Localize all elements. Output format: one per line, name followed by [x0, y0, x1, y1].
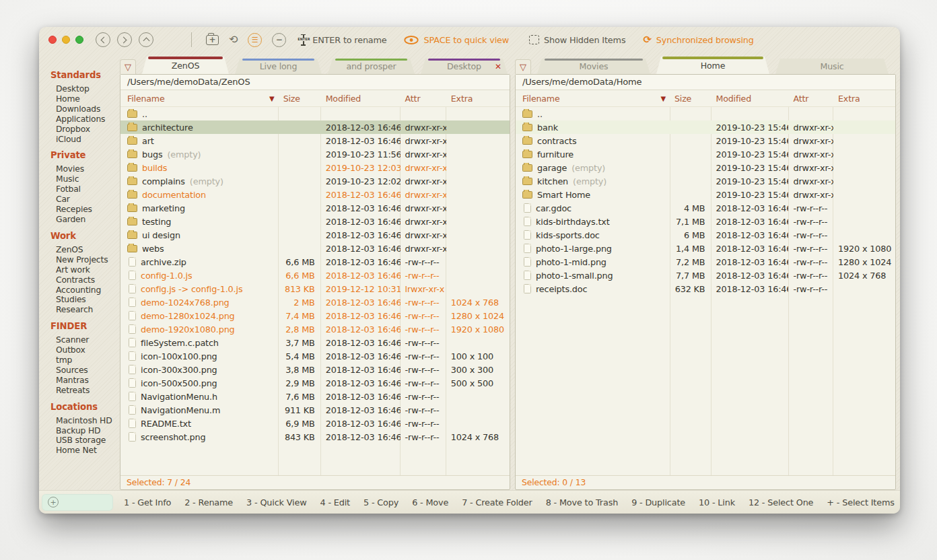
file-row[interactable]: ..: [120, 107, 510, 120]
file-row[interactable]: art2018-12-03 16:46drwxr-xr-x: [120, 134, 510, 147]
sidebar-item-fotbal[interactable]: Fotbal: [50, 184, 118, 195]
function-key-1-get-info[interactable]: 1 - Get Info: [124, 497, 171, 508]
function-key-8-move-to-trash[interactable]: 8 - Move to Trash: [546, 497, 618, 508]
file-row[interactable]: receipts.doc632 KB2018-12-03 16:46-rw-r-…: [516, 282, 895, 295]
tab-home[interactable]: Home: [656, 57, 769, 74]
sidebar-item-tmp[interactable]: tmp: [50, 355, 118, 365]
sidebar-item-music[interactable]: Music: [50, 174, 118, 184]
file-row[interactable]: builds2019-10-23 12:03drwxr-xr-x: [120, 161, 510, 174]
filter-icon[interactable]: ▽: [515, 59, 531, 74]
sidebar-item-contracts[interactable]: Contracts: [50, 275, 118, 285]
file-row[interactable]: bugs(empty)2019-10-23 11:56drwxr-xr-x: [120, 147, 510, 161]
function-key-12-select-one[interactable]: 12 - Select One: [749, 497, 813, 508]
file-row[interactable]: documentation2018-12-03 16:46drwxr-xr-x: [120, 188, 510, 201]
collapse-button[interactable]: −: [272, 33, 286, 47]
file-row[interactable]: kids-sports.doc6 MB2018-12-03 16:46-rw-r…: [516, 228, 895, 242]
function-key-2-rename[interactable]: 2 - Rename: [184, 497, 233, 508]
refresh-button[interactable]: ⟲: [229, 34, 238, 45]
column-header-modified[interactable]: Modified: [321, 94, 401, 104]
file-row[interactable]: icon-300x300.png3,8 MB2018-12-03 16:46-r…: [120, 363, 510, 376]
synchronized-browsing-toggle[interactable]: ⟳ Synchronized browsing: [643, 35, 753, 45]
sidebar-item-home[interactable]: Home: [50, 94, 118, 104]
sidebar-item-macintosh-hd[interactable]: Macintosh HD: [50, 416, 118, 426]
sidebar-item-scanner[interactable]: Scanner: [50, 335, 118, 345]
file-row[interactable]: fileSystem.c.patch3,7 MB2018-12-03 16:46…: [120, 336, 510, 349]
sidebar-item-icloud[interactable]: iCloud: [50, 135, 118, 145]
sidebar-item-downloads[interactable]: Downloads: [50, 104, 118, 114]
file-row[interactable]: bank2019-10-23 15:46drwxr-xr-x: [516, 120, 895, 134]
filter-icon[interactable]: ▽: [120, 59, 136, 74]
column-header-size[interactable]: Size: [670, 94, 711, 104]
file-row[interactable]: contracts2019-10-23 15:46drwxr-xr-x: [516, 134, 895, 147]
column-header-filename[interactable]: Filename▼: [120, 94, 279, 104]
file-row[interactable]: ui design2018-12-03 16:46drwxr-xr-x: [120, 228, 510, 242]
function-key-3-quick-view[interactable]: 3 - Quick View: [246, 497, 306, 508]
sidebar-item-new-projects[interactable]: New Projects: [50, 255, 118, 265]
minimize-window-button[interactable]: [62, 36, 70, 44]
file-row[interactable]: marketing2018-12-03 16:46drwxr-xr-x: [120, 201, 510, 215]
up-button[interactable]: [139, 32, 153, 47]
sidebar-item-mantras[interactable]: Mantras: [50, 376, 118, 386]
file-row[interactable]: NavigationMenu.m911 KB2018-12-03 16:46-r…: [120, 403, 510, 417]
tab-close-icon[interactable]: ✕: [495, 62, 501, 71]
file-row[interactable]: config.js -> config-1.0.js813 KB2019-12-…: [120, 282, 510, 295]
tab-zenos[interactable]: ZenOS: [142, 57, 229, 74]
function-key-4-edit[interactable]: 4 - Edit: [320, 497, 350, 508]
file-row[interactable]: kids-birthdays.txt7,1 MB2018-12-03 16:46…: [516, 215, 895, 228]
function-key-select-items[interactable]: + - Select Items: [827, 497, 894, 508]
sidebar-item-desktop[interactable]: Desktop: [50, 84, 118, 94]
show-hidden-toggle[interactable]: Show Hidden Items: [529, 35, 625, 45]
sidebar-item-car[interactable]: Car: [50, 195, 118, 205]
file-row[interactable]: complains(empty)2019-10-23 12:02drwxr-xr…: [120, 174, 510, 188]
forward-button[interactable]: [117, 32, 132, 47]
sidebar-item-zenos[interactable]: ZenOS: [50, 245, 118, 255]
column-header-filename[interactable]: Filename▼: [516, 94, 670, 104]
tab-live-long[interactable]: Live long: [235, 59, 322, 74]
tab-desktop[interactable]: Desktop✕: [421, 59, 508, 74]
file-row[interactable]: icon-500x500.png2,9 MB2018-12-03 16:46-r…: [120, 376, 510, 390]
tab-music[interactable]: Music: [775, 59, 889, 74]
file-row[interactable]: photo-1-large.png1,4 MB2018-12-03 16:46-…: [516, 242, 895, 255]
tab-movies[interactable]: Movies: [537, 59, 650, 74]
sidebar-item-studies[interactable]: Studies: [50, 295, 118, 305]
sidebar-item-usb-storage[interactable]: USB storage: [50, 435, 118, 446]
sidebar-item-movies[interactable]: Movies: [50, 164, 118, 174]
sidebar-item-home-net[interactable]: Home Net: [50, 446, 118, 456]
function-key-7-create-folder[interactable]: 7 - Create Folder: [462, 497, 532, 508]
file-row[interactable]: demo-1024x768.png2 MB2018-12-03 16:46-rw…: [120, 295, 510, 309]
file-row[interactable]: demo-1280x1024.png7,4 MB2018-12-03 16:46…: [120, 309, 510, 322]
file-row[interactable]: ..: [516, 107, 895, 120]
file-row[interactable]: kitchen(empty)2019-10-23 15:46drwxr-xr-x: [516, 174, 895, 188]
column-header-modified[interactable]: Modified: [711, 94, 788, 104]
file-row[interactable]: README.txt6,9 MB2018-12-03 16:46-rw-r--r…: [120, 417, 510, 430]
sidebar-item-outbox[interactable]: Outbox: [50, 345, 118, 355]
sidebar-item-garden[interactable]: Garden: [50, 215, 118, 225]
function-key-10-link[interactable]: 10 - Link: [699, 497, 735, 508]
view-menu-button[interactable]: ☰: [248, 33, 262, 47]
file-row[interactable]: screenshot.png843 KB2018-12-03 16:46-rw-…: [120, 430, 510, 444]
sidebar-item-recepies[interactable]: Recepies: [50, 205, 118, 215]
sidebar-item-art-work[interactable]: Art work: [50, 265, 118, 275]
add-button[interactable]: +: [42, 494, 113, 511]
back-button[interactable]: [96, 32, 110, 47]
sidebar-item-applications[interactable]: Applications: [50, 114, 118, 125]
zoom-window-button[interactable]: [75, 36, 83, 44]
file-row[interactable]: config-1.0.js6,6 MB2018-12-03 16:46-rw-r…: [120, 269, 510, 282]
close-window-button[interactable]: [48, 36, 57, 44]
new-folder-button[interactable]: +: [206, 35, 219, 45]
file-row[interactable]: architecture2018-12-03 16:46drwxr-xr-x: [120, 120, 510, 134]
column-header-extra[interactable]: Extra: [446, 94, 510, 104]
path-bar[interactable]: /Users/me/demoData/Home: [516, 75, 895, 90]
file-row[interactable]: NavigationMenu.h7,6 MB2018-12-03 16:46-r…: [120, 390, 510, 403]
file-row[interactable]: garage(empty)2019-10-23 15:46drwxr-xr-x: [516, 161, 895, 174]
file-row[interactable]: photo-1-mid.png7,2 MB2018-12-03 16:46-rw…: [516, 255, 895, 269]
file-row[interactable]: icon-100x100.png5,4 MB2018-12-03 16:46-r…: [120, 349, 510, 363]
tab-and-prosper[interactable]: and prosper: [328, 59, 415, 74]
file-row[interactable]: Smart Home2019-10-23 15:46drwxr-xr-x: [516, 188, 895, 201]
sidebar-item-backup-hd[interactable]: Backup HD: [50, 426, 118, 436]
sidebar-item-dropbox[interactable]: Dropbox: [50, 125, 118, 135]
sidebar-item-research[interactable]: Research: [50, 305, 118, 315]
sidebar-item-accounting[interactable]: Accounting: [50, 285, 118, 295]
function-key-5-copy[interactable]: 5 - Copy: [363, 497, 398, 508]
column-header-attr[interactable]: Attr: [788, 94, 833, 104]
